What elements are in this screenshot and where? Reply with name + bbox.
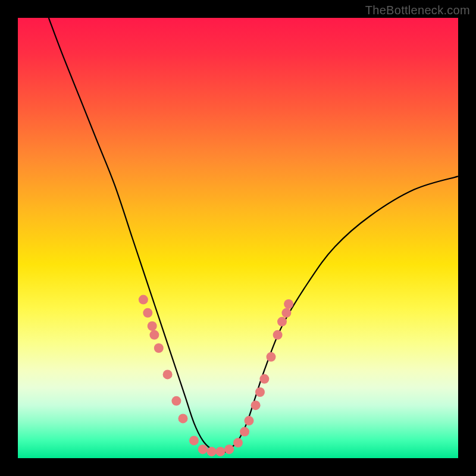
- bottleneck-curve-line: [49, 18, 458, 454]
- curve-marker: [215, 447, 225, 456]
- chart-plot-area: [18, 18, 458, 458]
- curve-markers-group: [139, 295, 293, 456]
- curve-marker: [251, 400, 261, 410]
- curve-marker: [139, 295, 148, 305]
- curve-marker: [178, 414, 188, 423]
- curve-marker: [277, 317, 287, 327]
- curve-marker: [255, 387, 265, 397]
- bottleneck-chart-svg: [18, 18, 458, 458]
- curve-marker: [143, 308, 152, 318]
- curve-marker: [189, 436, 199, 445]
- curve-marker: [233, 438, 243, 447]
- curve-marker: [148, 321, 157, 331]
- curve-marker: [281, 308, 291, 318]
- curve-marker: [198, 444, 208, 454]
- curve-marker: [149, 330, 159, 340]
- curve-marker: [259, 374, 269, 384]
- curve-marker: [284, 299, 293, 309]
- curve-marker: [154, 343, 164, 353]
- curve-marker: [163, 369, 173, 379]
- curve-marker: [240, 427, 249, 437]
- watermark-text: TheBottleneck.com: [365, 4, 470, 17]
- curve-marker: [245, 416, 254, 425]
- curve-marker: [267, 352, 276, 362]
- curve-marker: [224, 444, 234, 454]
- curve-marker: [207, 447, 217, 456]
- curve-marker: [171, 396, 181, 406]
- curve-marker: [273, 330, 283, 340]
